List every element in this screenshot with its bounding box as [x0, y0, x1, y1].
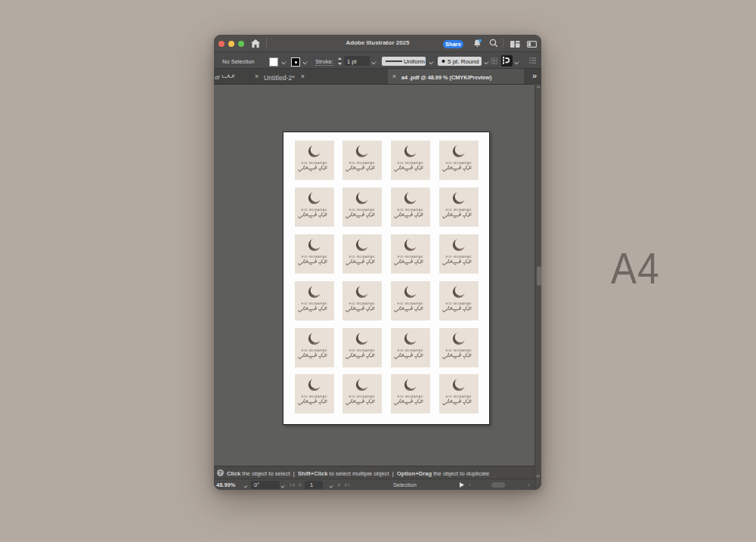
svg-text:5 pt. Round: 5 pt. Round: [448, 58, 479, 65]
svg-text:Uniform: Uniform: [404, 58, 425, 65]
svg-text:?: ?: [218, 470, 222, 475]
